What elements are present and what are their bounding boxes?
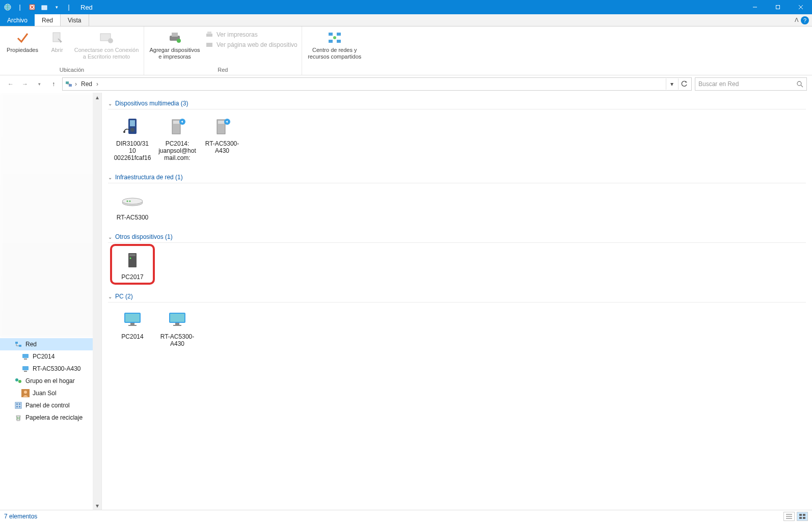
- crumb-sep2-icon[interactable]: ›: [96, 80, 98, 88]
- agregar-dispositivos-button[interactable]: Agregar dispositivos e impresoras: [148, 29, 201, 60]
- refresh-button[interactable]: [678, 78, 689, 90]
- printer-icon: [205, 31, 213, 39]
- media-player-icon: [120, 115, 145, 139]
- computer-icon: [21, 352, 30, 361]
- svg-rect-43: [16, 406, 18, 407]
- properties-qat-icon[interactable]: [28, 3, 37, 12]
- nav-item-grupo[interactable]: Grupo en el hogar: [0, 375, 101, 387]
- qat-sep-icon: |: [15, 3, 24, 12]
- tab-file[interactable]: Archivo: [0, 14, 35, 26]
- recent-dropdown[interactable]: ▾: [34, 78, 45, 90]
- network-center-icon: [327, 30, 343, 46]
- crumb-red[interactable]: Red: [79, 80, 94, 88]
- search-input[interactable]: [698, 80, 796, 88]
- svg-rect-67: [170, 314, 184, 322]
- propiedades-button[interactable]: Propiedades: [4, 29, 41, 53]
- centro-redes-button[interactable]: Centro de redes y recursos compartidos: [306, 29, 363, 60]
- remote-desktop-icon: [98, 30, 115, 46]
- forward-button[interactable]: →: [19, 78, 31, 90]
- homegroup-icon: [14, 377, 22, 385]
- search-icon[interactable]: [796, 80, 803, 88]
- printer-add-icon: [167, 30, 183, 46]
- titlebar: | ▾ | Red: [0, 0, 812, 14]
- svg-rect-28: [15, 342, 18, 344]
- svg-point-13: [177, 39, 181, 43]
- close-button[interactable]: [789, 0, 812, 14]
- abrir-button[interactable]: Abrir: [45, 29, 69, 53]
- body: Red PC2014 RT-AC5300-A430 Grupo en el ho…: [0, 93, 812, 510]
- group-header-multimedia[interactable]: ⌄ Dispositivos multimedia (3): [108, 97, 806, 109]
- ribbon-tabs: Archivo Red Vista ᐱ ?: [0, 14, 812, 26]
- svg-point-36: [15, 378, 18, 381]
- svg-rect-20: [337, 40, 341, 43]
- device-item[interactable]: PC2014: [112, 306, 153, 349]
- chevron-down-icon: ⌄: [108, 234, 112, 240]
- tab-vista[interactable]: Vista: [61, 14, 89, 26]
- up-button[interactable]: ↑: [48, 78, 59, 90]
- qat-dropdown-icon[interactable]: ▾: [52, 3, 61, 12]
- nav-item-papelera[interactable]: Papelera de reciclaje: [0, 411, 101, 424]
- navpane-scrollbar[interactable]: ▴ ▾: [93, 93, 101, 510]
- ver-web-button[interactable]: Ver página web de dispositivo: [205, 41, 297, 49]
- nav-item-pc2014[interactable]: PC2014: [0, 350, 101, 363]
- svg-point-58: [129, 201, 131, 202]
- nav-item-red[interactable]: Red: [0, 338, 101, 350]
- ribbon-group-label-red: Red: [148, 66, 297, 74]
- conectar-button[interactable]: Conectarse con Conexión a Escritorio rem…: [73, 29, 140, 60]
- svg-rect-22: [66, 81, 69, 84]
- svg-point-26: [797, 81, 801, 86]
- svg-rect-17: [329, 33, 333, 36]
- svg-point-57: [127, 201, 128, 202]
- svg-point-37: [18, 380, 21, 383]
- media-server-icon: [165, 115, 190, 139]
- status-bar: 7 elementos: [0, 510, 812, 522]
- ribbon-group-centro: Centro de redes y recursos compartidos: [302, 26, 367, 75]
- collapse-ribbon-icon[interactable]: ᐱ: [795, 17, 799, 23]
- scroll-down-icon[interactable]: ▾: [93, 501, 101, 510]
- ribbon-group-red: Agregar dispositivos e impresoras Ver im…: [144, 26, 302, 75]
- svg-rect-35: [24, 371, 27, 372]
- nav-item-panel[interactable]: Panel de control: [0, 399, 101, 411]
- nav-item-rtac[interactable]: RT-AC5300-A430: [0, 363, 101, 375]
- tab-red[interactable]: Red: [35, 14, 61, 26]
- ver-impresoras-button[interactable]: Ver impresoras: [205, 31, 297, 39]
- details-view-button[interactable]: [783, 512, 795, 521]
- svg-point-39: [24, 391, 27, 394]
- address-dropdown-icon[interactable]: ▾: [666, 78, 677, 90]
- address-bar[interactable]: › Red › ▾: [62, 77, 692, 91]
- scroll-up-icon[interactable]: ▴: [93, 93, 101, 101]
- recycle-bin-icon: [14, 414, 22, 422]
- device-item[interactable]: DIR3100/31 10 002261fcaf16: [112, 113, 153, 163]
- minimize-button[interactable]: [743, 0, 766, 14]
- svg-rect-68: [175, 323, 179, 325]
- svg-rect-33: [24, 359, 27, 360]
- new-folder-qat-icon[interactable]: [40, 3, 49, 12]
- device-item[interactable]: RT-AC5300-A430: [157, 306, 198, 349]
- svg-rect-63: [125, 314, 140, 322]
- svg-rect-18: [337, 33, 341, 36]
- device-item[interactable]: RT-AC5300: [112, 186, 153, 223]
- svg-rect-74: [803, 514, 805, 516]
- group-header-infraestructura[interactable]: ⌄ Infraestructura de red (1): [108, 171, 806, 183]
- nav-item-juan[interactable]: Juan Sol: [0, 387, 101, 399]
- svg-point-48: [123, 131, 125, 133]
- ribbon-group-ubicacion: Propiedades Abrir Conectarse con Conexió…: [0, 26, 144, 75]
- crumb-sep-icon[interactable]: ›: [75, 80, 77, 88]
- svg-rect-60: [129, 254, 136, 256]
- icons-view-button[interactable]: [797, 512, 808, 521]
- group-header-otros[interactable]: ⌄ Otros dispositivos (1): [108, 230, 806, 243]
- svg-rect-76: [803, 517, 805, 519]
- device-item[interactable]: PC2014: juanpsol@hotmail.com:: [157, 113, 198, 163]
- device-item[interactable]: RT-AC5300-A430: [202, 113, 242, 163]
- navigation-pane: Red PC2014 RT-AC5300-A430 Grupo en el ho…: [0, 93, 102, 510]
- group-header-pc[interactable]: ⌄ PC (2): [108, 290, 806, 303]
- control-panel-icon: [14, 401, 22, 409]
- svg-rect-34: [22, 366, 29, 370]
- window-title: Red: [80, 4, 93, 11]
- svg-point-21: [333, 36, 336, 39]
- device-item-pc2017[interactable]: PC2017: [112, 246, 153, 283]
- help-icon[interactable]: ?: [801, 16, 809, 24]
- maximize-button[interactable]: [766, 0, 789, 14]
- search-box[interactable]: [695, 77, 807, 91]
- back-button[interactable]: ←: [5, 78, 16, 90]
